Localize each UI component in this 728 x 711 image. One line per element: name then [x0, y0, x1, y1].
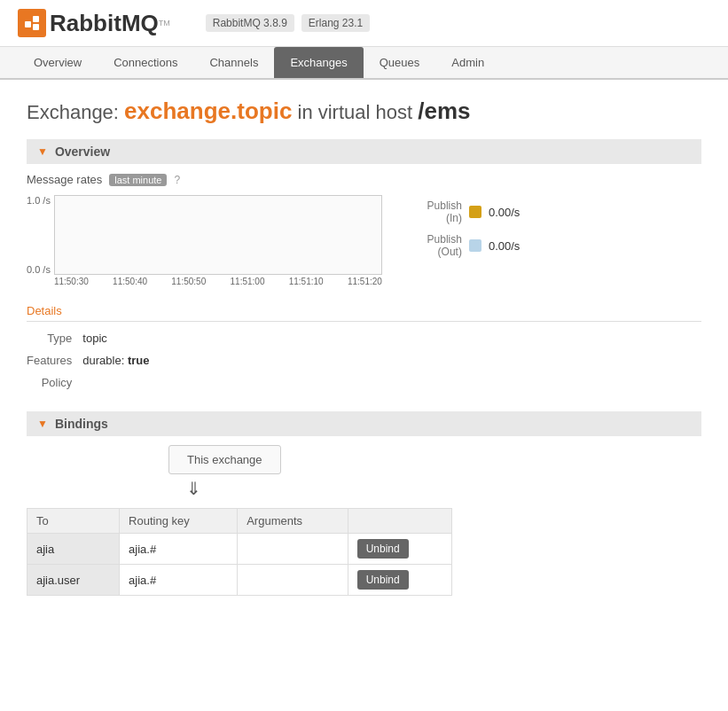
legend-publish-out-value: 0.00/s: [489, 239, 520, 253]
overview-section: ▼ Overview Message rates last minute ? 1…: [27, 139, 701, 286]
nav-overview[interactable]: Overview: [18, 47, 98, 78]
logo-icon: [18, 9, 46, 37]
overview-section-header: ▼ Overview: [27, 139, 701, 164]
overview-arrow-icon: ▼: [37, 145, 48, 158]
header: RabbitMQ TM RabbitMQ 3.8.9 Erlang 23.1: [0, 0, 728, 47]
logo-text: RabbitMQ: [50, 10, 159, 37]
x-label-4: 11:51:10: [289, 277, 324, 286]
type-label: Type: [27, 327, 82, 349]
bindings-section-header: ▼ Bindings: [27, 411, 701, 436]
binding-action-0: Unbind: [348, 534, 451, 565]
details-section: Details Type topic Features durable: tru…: [27, 304, 701, 394]
bindings-table-body: ajia ajia.# Unbind ajia.user ajia.# Unbi…: [27, 534, 452, 596]
chart-legend: Publish(In) 0.00/s Publish(Out) 0.00/s: [400, 199, 520, 258]
legend-publish-in-color: [469, 206, 481, 218]
features-label: Features: [27, 349, 82, 371]
binding-action-1: Unbind: [348, 565, 451, 596]
exchange-name: exchange.topic: [124, 98, 292, 124]
title-middle: in virtual host: [298, 101, 413, 123]
details-row-features: Features durable: true: [27, 349, 160, 371]
legend-publish-out: Publish(Out) 0.00/s: [400, 233, 520, 258]
details-title: Details: [27, 304, 701, 322]
y-axis-labels: 1.0 /s 0.0 /s: [27, 195, 54, 275]
nav-exchanges[interactable]: Exchanges: [274, 47, 363, 78]
help-icon[interactable]: ?: [174, 174, 180, 186]
legend-publish-out-color: [469, 239, 481, 252]
legend-publish-in-value: 0.00/s: [489, 206, 520, 219]
x-axis-labels: 11:50:30 11:50:40 11:50:50 11:51:00 11:5…: [54, 277, 382, 286]
svg-rect-0: [25, 21, 31, 27]
logo: RabbitMQ TM: [18, 9, 170, 37]
bindings-table: To Routing key Arguments ajia ajia.# Unb…: [27, 508, 452, 596]
binding-arguments-0: [238, 534, 348, 565]
title-prefix: Exchange:: [27, 101, 119, 123]
col-action: [348, 509, 451, 534]
bindings-table-head: To Routing key Arguments: [27, 509, 452, 534]
svg-rect-2: [33, 24, 39, 30]
binding-routing-key-0: ajia.#: [120, 534, 238, 565]
y-bottom-label: 0.0 /s: [27, 264, 51, 275]
nav-connections[interactable]: Connections: [98, 47, 193, 78]
chart-wrap: 1.0 /s 0.0 /s 11:50:30 11:50:40 11:50:50…: [27, 195, 382, 286]
col-arguments: Arguments: [238, 509, 348, 534]
unbind-button-1[interactable]: Unbind: [357, 570, 409, 590]
table-row: ajia.user ajia.# Unbind: [27, 565, 452, 596]
x-label-3: 11:51:00: [231, 277, 265, 286]
vhost: /ems: [418, 98, 470, 124]
nav-channels[interactable]: Channels: [193, 47, 274, 78]
version-badges: RabbitMQ 3.8.9 Erlang 23.1: [206, 14, 370, 32]
col-routing-key: Routing key: [120, 509, 238, 534]
type-value: topic: [82, 327, 160, 349]
page-content: Exchange: exchange.topic in virtual host…: [0, 80, 728, 613]
y-top-label: 1.0 /s: [27, 195, 51, 206]
main-nav: Overview Connections Channels Exchanges …: [0, 47, 728, 80]
binding-to-0: ajia: [27, 534, 120, 565]
details-row-type: Type topic: [27, 327, 160, 349]
nav-admin[interactable]: Admin: [435, 47, 500, 78]
time-filter-badge[interactable]: last minute: [109, 174, 167, 186]
legend-publish-in: Publish(In) 0.00/s: [400, 199, 520, 224]
policy-label: Policy: [27, 371, 82, 394]
x-label-5: 11:51:20: [348, 277, 382, 286]
message-rates-label: Message rates: [27, 173, 102, 186]
binding-routing-key-1: ajia.#: [120, 565, 238, 596]
overview-label: Overview: [55, 145, 110, 159]
rabbitmq-version-badge: RabbitMQ 3.8.9: [206, 14, 294, 32]
logo-tm: TM: [159, 19, 170, 27]
binding-flow: This exchange ⇓: [27, 445, 701, 499]
nav-queues[interactable]: Queues: [364, 47, 436, 78]
binding-arguments-1: [238, 565, 348, 596]
erlang-version-badge: Erlang 23.1: [301, 14, 370, 32]
chart-box: [54, 195, 382, 275]
bindings-header-row: To Routing key Arguments: [27, 509, 452, 534]
details-row-policy: Policy: [27, 371, 160, 394]
bindings-arrow-icon: ▼: [37, 418, 48, 430]
unbind-button-0[interactable]: Unbind: [357, 539, 409, 559]
binding-to-1: ajia.user: [27, 565, 120, 596]
details-table: Type topic Features durable: true Policy: [27, 327, 160, 394]
x-label-2: 11:50:50: [171, 277, 206, 286]
message-rates-row: Message rates last minute ?: [27, 173, 701, 186]
x-label-1: 11:50:40: [113, 277, 147, 286]
table-row: ajia ajia.# Unbind: [27, 534, 452, 565]
bindings-section: ▼ Bindings This exchange ⇓ To Routing ke…: [27, 411, 701, 596]
binding-arrow-down: ⇓: [186, 478, 201, 499]
policy-value: [82, 371, 160, 394]
col-to: To: [27, 509, 120, 534]
chart-container: 1.0 /s 0.0 /s 11:50:30 11:50:40 11:50:50…: [27, 195, 701, 286]
svg-rect-1: [33, 16, 39, 22]
features-value: durable: true: [82, 349, 160, 371]
page-title: Exchange: exchange.topic in virtual host…: [27, 98, 701, 125]
x-label-0: 11:50:30: [54, 277, 89, 286]
exchange-source-box: This exchange: [168, 445, 281, 474]
bindings-label: Bindings: [55, 417, 108, 431]
